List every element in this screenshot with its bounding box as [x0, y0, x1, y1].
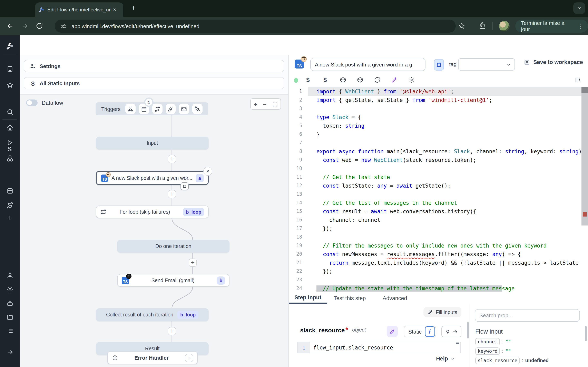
- sidebar-collapse-button[interactable]: [5, 347, 15, 357]
- forward-icon[interactable]: [21, 22, 29, 30]
- editor-error-marker: [583, 212, 587, 217]
- add-step-button[interactable]: +: [168, 190, 176, 198]
- reload-icon[interactable]: [36, 22, 43, 29]
- sidebar-item-variables[interactable]: $: [5, 144, 15, 154]
- code-line: 13: [289, 190, 588, 199]
- sidebar-item-favorites[interactable]: [5, 80, 15, 90]
- node-error-handler[interactable]: Error Handler +: [107, 351, 198, 364]
- calendar-icon: [141, 106, 147, 112]
- url-bar[interactable]: app.windmill.dev/flows/edit/u/henri/effe…: [55, 20, 456, 33]
- add-step-button[interactable]: +: [189, 259, 197, 267]
- node-send-email[interactable]: TS Send Email (gmail) b: [117, 274, 229, 287]
- help-toggle[interactable]: Help: [436, 356, 456, 362]
- trigger-schedule-button[interactable]: 1: [139, 104, 149, 114]
- expr-editor[interactable]: 1 flow_input.slack_resource: [297, 342, 461, 353]
- field-type: object: [352, 327, 366, 333]
- prop-row-keyword[interactable]: keyword : "": [475, 347, 511, 355]
- ai-wand-icon[interactable]: [391, 77, 398, 83]
- node-slack-step[interactable]: TS A new Slack post with a given wor... …: [96, 171, 209, 185]
- sidebar-item-folders[interactable]: [5, 312, 15, 322]
- tab-step-input[interactable]: Step Input: [289, 292, 327, 304]
- add-step-button[interactable]: +: [168, 155, 176, 163]
- cache-toggle-button[interactable]: [434, 59, 444, 71]
- browser-tab[interactable]: Edit Flow u/henri/effective_un ✕: [35, 2, 123, 17]
- all-static-inputs-button[interactable]: $ All Static Inputs: [24, 77, 284, 89]
- sidebar-item-settings[interactable]: [5, 284, 15, 294]
- package-icon[interactable]: [357, 77, 363, 83]
- prop-row-channel[interactable]: channel : "": [475, 338, 511, 345]
- fit-view-icon[interactable]: [272, 101, 278, 107]
- flow-graph-canvas[interactable]: Dataflow + − Triggers 1: [20, 94, 288, 367]
- library-icon[interactable]: [575, 77, 581, 83]
- add-error-handler-button[interactable]: +: [185, 354, 193, 362]
- code-line: 4type Slack = {: [289, 113, 588, 122]
- save-to-workspace-button[interactable]: Save to workspace: [524, 59, 583, 65]
- windmill-logo[interactable]: [6, 42, 14, 50]
- bookmark-star-icon[interactable]: [458, 22, 465, 29]
- trigger-email-button[interactable]: [179, 104, 189, 114]
- code-editor[interactable]: 1import { WebClient } from '@slack/web-a…: [289, 87, 588, 292]
- flow-graph-panel: Settings $ All Static Inputs Dataflow: [20, 55, 289, 367]
- site-settings-icon[interactable]: [61, 23, 67, 29]
- plug-icon: [445, 329, 450, 334]
- new-tab-icon[interactable]: +: [131, 4, 136, 12]
- browser-menu-kebab-icon[interactable]: ⋮: [578, 22, 584, 30]
- editor-settings-gear-icon[interactable]: [408, 77, 415, 83]
- flow-settings-button[interactable]: Settings: [24, 60, 284, 72]
- sidebar-item-home[interactable]: [5, 123, 15, 133]
- static-mode-label[interactable]: Static: [408, 328, 422, 334]
- sidebar-item-routes[interactable]: [5, 200, 15, 210]
- sliders-icon: [30, 63, 36, 69]
- tab-advanced[interactable]: Advanced: [383, 292, 407, 304]
- tab-search-button[interactable]: [573, 2, 585, 14]
- reset-icon[interactable]: [374, 77, 380, 83]
- tag-select[interactable]: [458, 58, 515, 71]
- fill-inputs-button[interactable]: Fill inputs: [424, 307, 461, 317]
- trigger-webhook-button[interactable]: [125, 104, 136, 114]
- prop-row-slack-resource[interactable]: slack_resource : undefined: [475, 357, 549, 364]
- sidebar-item-ai[interactable]: [5, 299, 15, 308]
- sidebar-item-search[interactable]: [5, 107, 15, 117]
- trigger-websocket-button[interactable]: [165, 104, 176, 114]
- code-line: 18: [289, 233, 588, 242]
- dataflow-toggle[interactable]: [26, 100, 38, 106]
- node-forloop[interactable]: For loop (skip failures) b_loop: [96, 206, 209, 218]
- node-do-one-iteration[interactable]: Do one iteration: [117, 240, 229, 253]
- add-step-button[interactable]: +: [168, 327, 176, 335]
- sidebar-item-resources[interactable]: [5, 153, 15, 163]
- sidebar-item-schedules[interactable]: [5, 185, 15, 195]
- tab-close-icon[interactable]: ✕: [113, 7, 116, 12]
- step-name-input[interactable]: A new Slack post with a given word in a …: [310, 58, 425, 71]
- editor-scrollbar-track[interactable]: [581, 87, 588, 225]
- step-input-scrollbar[interactable]: [467, 322, 469, 338]
- zoom-out-icon[interactable]: −: [263, 100, 267, 108]
- stop-after-step-button[interactable]: [181, 182, 189, 191]
- bottom-tabs: Step Input Test this step Advanced: [289, 292, 588, 304]
- trigger-poll-button[interactable]: [192, 104, 203, 114]
- props-scrollbar[interactable]: [585, 326, 587, 341]
- browser-profile-avatar[interactable]: [499, 21, 510, 31]
- node-collect-result[interactable]: Collect result of each iteration b_loop: [96, 308, 209, 321]
- sidebar-item-logs[interactable]: [5, 326, 15, 336]
- sidebar-item-user[interactable]: [5, 270, 15, 280]
- extensions-puzzle-icon[interactable]: [479, 22, 486, 29]
- editor-scrollbar-thumb[interactable]: [581, 87, 588, 93]
- sidebar-item-add[interactable]: +: [5, 213, 15, 223]
- assets-dollar-icon[interactable]: $: [306, 76, 310, 83]
- back-icon[interactable]: [7, 22, 14, 30]
- variables-dollar-icon[interactable]: $: [323, 76, 327, 83]
- code-line: 7: [289, 139, 588, 147]
- trigger-route-button[interactable]: [152, 104, 163, 114]
- tab-test-this-step[interactable]: Test this step: [334, 292, 366, 304]
- javascript-mode-button[interactable]: ƒ: [425, 326, 435, 337]
- node-input[interactable]: Input: [96, 137, 209, 150]
- ai-fill-button[interactable]: [387, 326, 398, 337]
- browser-update-button[interactable]: Terminer la mise à jour ⋮: [515, 20, 588, 33]
- zoom-in-icon[interactable]: +: [254, 100, 257, 108]
- search-prop-input[interactable]: Search prop...: [475, 309, 580, 322]
- package-icon[interactable]: [340, 77, 346, 83]
- triggers-node[interactable]: Triggers 1: [95, 102, 208, 115]
- connect-input-button[interactable]: [441, 326, 461, 337]
- delete-step-button[interactable]: [203, 167, 212, 176]
- sidebar-item-workspace[interactable]: [5, 64, 15, 74]
